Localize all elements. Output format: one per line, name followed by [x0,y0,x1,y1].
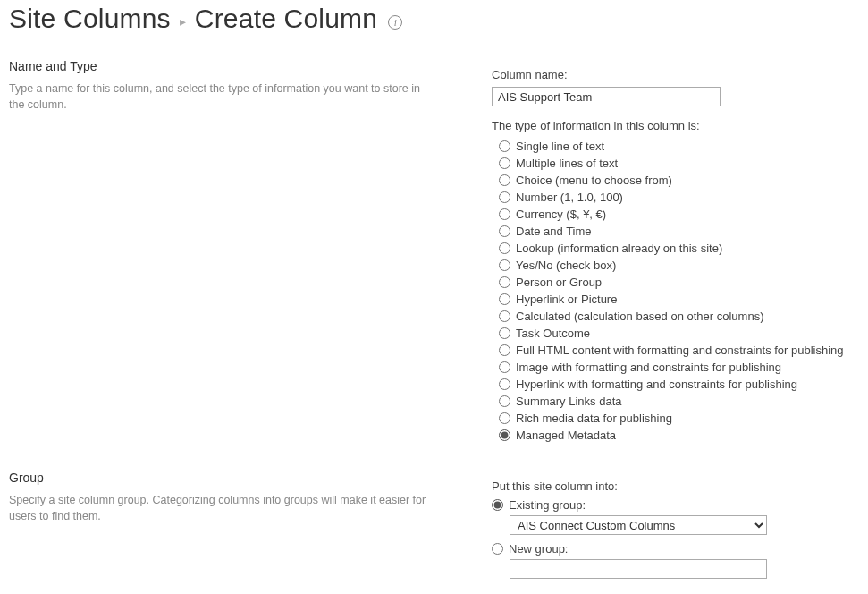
column-type-option-label[interactable]: Managed Metadata [516,429,616,442]
column-name-label: Column name: [492,68,859,81]
section-group: Group Specify a site column group. Categ… [9,471,859,579]
group-description: Specify a site column group. Categorizin… [9,492,429,524]
column-type-radio[interactable] [499,395,510,407]
column-type-option-label[interactable]: Person or Group [516,276,602,289]
column-type-radio[interactable] [499,191,510,203]
column-type-option-label[interactable]: Full HTML content with formatting and co… [516,344,844,357]
column-type-option: Single line of text [499,138,859,155]
column-type-radio[interactable] [499,140,510,152]
column-type-option: Currency ($, ¥, €) [499,206,859,223]
column-type-radio[interactable] [499,208,510,220]
column-type-option-label[interactable]: Image with formatting and constraints fo… [516,361,781,374]
column-type-radio-list: Single line of textMultiple lines of tex… [499,138,859,444]
column-type-radio[interactable] [499,378,510,390]
column-type-option: Date and Time [499,223,859,240]
column-type-radio[interactable] [499,225,510,237]
column-type-option: Multiple lines of text [499,155,859,172]
name-type-description: Type a name for this column, and select … [9,81,429,113]
column-type-radio[interactable] [499,242,510,254]
column-type-radio[interactable] [499,310,510,322]
column-type-option: Managed Metadata [499,427,859,444]
column-type-option-label[interactable]: Currency ($, ¥, €) [516,208,606,221]
column-type-radio[interactable] [499,293,510,305]
column-type-option: Number (1, 1.0, 100) [499,189,859,206]
column-type-option: Task Outcome [499,325,859,342]
column-type-option: Calculated (calculation based on other c… [499,308,859,325]
column-type-radio[interactable] [499,174,510,186]
column-type-radio[interactable] [499,327,510,339]
column-type-option-label[interactable]: Choice (menu to choose from) [516,174,672,187]
column-type-radio[interactable] [499,344,510,356]
column-type-radio[interactable] [499,412,510,424]
column-type-option-label[interactable]: Single line of text [516,140,604,153]
section-name-and-type: Name and Type Type a name for this colum… [9,59,859,444]
column-type-option-label[interactable]: Hyperlink or Picture [516,293,617,306]
column-type-option: Hyperlink with formatting and constraint… [499,376,859,393]
column-type-option-label[interactable]: Date and Time [516,225,592,238]
column-type-option: Person or Group [499,274,859,291]
column-type-option-label[interactable]: Number (1, 1.0, 100) [516,191,623,204]
existing-group-select[interactable]: AIS Connect Custom Columns [510,515,767,535]
column-type-option-label[interactable]: Summary Links data [516,395,622,408]
breadcrumb: Site Columns ▸ Create Column i [9,4,859,34]
column-type-label: The type of information in this column i… [492,119,859,132]
group-heading: Group [9,471,465,485]
column-type-option-label[interactable]: Multiple lines of text [516,157,618,170]
column-type-radio[interactable] [499,276,510,288]
info-icon[interactable]: i [388,15,402,30]
column-type-option-label[interactable]: Rich media data for publishing [516,412,672,425]
column-type-option: Yes/No (check box) [499,257,859,274]
column-type-option: Full HTML content with formatting and co… [499,342,859,359]
column-type-option: Image with formatting and constraints fo… [499,359,859,376]
column-type-option: Hyperlink or Picture [499,291,859,308]
column-type-option-label[interactable]: Hyperlink with formatting and constraint… [516,378,797,391]
column-type-option-label[interactable]: Calculated (calculation based on other c… [516,310,764,323]
column-name-input[interactable] [492,87,721,106]
column-type-option-label[interactable]: Task Outcome [516,327,590,340]
column-type-option-label[interactable]: Lookup (information already on this site… [516,242,722,255]
existing-group-radio[interactable] [492,499,503,511]
existing-group-label[interactable]: Existing group: [509,498,586,512]
name-type-heading: Name and Type [9,59,465,73]
column-type-radio[interactable] [499,429,510,441]
column-type-option: Summary Links data [499,393,859,410]
column-type-radio[interactable] [499,157,510,169]
new-group-radio[interactable] [492,543,503,555]
breadcrumb-separator-icon: ▸ [180,9,186,29]
breadcrumb-parent-link[interactable]: Site Columns [9,4,171,34]
group-put-into-label: Put this site column into: [492,479,859,493]
new-group-label[interactable]: New group: [509,542,568,556]
breadcrumb-current: Create Column [195,4,377,34]
column-type-radio[interactable] [499,361,510,373]
column-type-option: Choice (menu to choose from) [499,172,859,189]
column-type-radio[interactable] [499,259,510,271]
column-type-option-label[interactable]: Yes/No (check box) [516,259,616,272]
column-type-option: Rich media data for publishing [499,410,859,427]
column-type-option: Lookup (information already on this site… [499,240,859,257]
new-group-input[interactable] [510,559,767,579]
